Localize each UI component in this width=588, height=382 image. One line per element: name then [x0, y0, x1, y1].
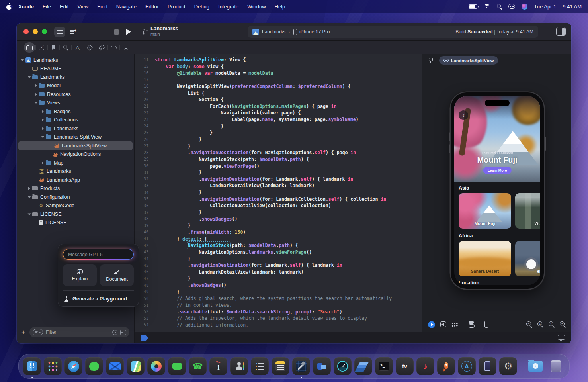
disclosure-closed-icon[interactable]: [28, 187, 30, 190]
file-row-landmarksapp[interactable]: LandmarksApp: [17, 176, 134, 184]
menu-item-find[interactable]: Find: [93, 4, 111, 10]
dock-calendar-icon[interactable]: Tue1: [209, 357, 227, 375]
landmark-card-mount-fuji[interactable]: Mount Fuji: [459, 193, 511, 229]
code-line-37[interactable]: 37}: [135, 209, 422, 216]
code-line-11[interactable]: 11struct LandmarksSplitView: View {: [135, 57, 422, 63]
source-control-status-icon[interactable]: [120, 330, 126, 335]
disclosure-open-icon[interactable]: [35, 102, 38, 104]
code-line-28[interactable]: 28.navigationDestination(for: Navigation…: [135, 149, 422, 156]
recent-files-icon[interactable]: [112, 330, 117, 335]
back-button[interactable]: ‹: [459, 110, 468, 120]
landmark-card-wuling[interactable]: Wuling: [515, 193, 540, 229]
menu-item-help[interactable]: Help: [270, 4, 290, 10]
spotlight-search-icon[interactable]: [496, 4, 502, 9]
iphone-screen[interactable]: ‹ Featured Landmark Mount Fuji Learn Mor…: [454, 96, 540, 285]
code-line-46[interactable]: 46LandmarkDetailView(landmark: landmark): [135, 269, 422, 276]
dock-terminal-icon[interactable]: [375, 357, 393, 375]
filter-field[interactable]: Filter: [29, 327, 129, 337]
zoom-100-icon[interactable]: 1: [537, 321, 543, 327]
wifi-icon[interactable]: [484, 4, 490, 9]
dock-finder-icon[interactable]: [23, 357, 41, 375]
navigator-tab-breakpoint-navigator[interactable]: [108, 42, 119, 53]
scheme-selector[interactable]: Landmarks › iPhone 17 Pro Build Succeede…: [248, 26, 538, 38]
code-line-53[interactable]: 53// Adds the inspector, which the landm…: [135, 315, 422, 322]
dock-facetime-icon[interactable]: [168, 357, 186, 375]
pin-icon[interactable]: [428, 57, 433, 64]
menu-item-xcode[interactable]: Xcode: [14, 4, 38, 10]
device-bezels-button[interactable]: [484, 321, 488, 328]
dock-trash-icon[interactable]: [547, 357, 565, 375]
code-line-15[interactable]: 15var body: some View {: [135, 63, 422, 70]
file-row-products[interactable]: Products: [17, 184, 134, 193]
siri-icon[interactable]: [522, 4, 527, 10]
code-line-20[interactable]: 20Section {: [135, 96, 422, 103]
code-line-35[interactable]: 35.navigationDestination(for: LandmarkCo…: [135, 196, 422, 202]
menu-item-view[interactable]: View: [73, 4, 93, 10]
dock-downloads-icon[interactable]: [526, 357, 544, 375]
file-row-landmarks[interactable]: Landmarks: [17, 56, 134, 65]
dock-phone-icon[interactable]: [189, 357, 207, 375]
menu-item-editor[interactable]: Editor: [141, 4, 163, 10]
code-line-47[interactable]: 47}: [135, 275, 422, 282]
file-row-landmarkssplitview[interactable]: LandmarksSplitView: [18, 141, 133, 150]
close-window-button[interactable]: [23, 29, 29, 34]
code-line-45[interactable]: 45.navigationDestination(for: Landmark.s…: [135, 262, 422, 269]
disclosure-closed-icon[interactable]: [42, 118, 44, 121]
code-line-16[interactable]: 16@Bindable var modelData = modelData: [135, 70, 422, 76]
disclosure-closed-icon[interactable]: [42, 127, 44, 130]
code-line-27[interactable]: 27}: [135, 143, 422, 149]
file-row-readme[interactable]: README: [17, 65, 134, 73]
code-line-31[interactable]: 31}: [135, 169, 422, 176]
dock-sf-symbols-icon[interactable]: [354, 357, 372, 375]
code-line-30[interactable]: 30page.viewForPage(): [135, 163, 422, 169]
variants-button[interactable]: [451, 322, 458, 327]
file-row-landmarks-split-view[interactable]: Landmarks Split View: [17, 133, 134, 142]
code-line-44[interactable]: 44}: [135, 255, 422, 262]
code-line-29[interactable]: 29NavigationStack(path: $modelData.path)…: [135, 156, 422, 163]
code-line-48[interactable]: 48.showsBadges(): [135, 282, 422, 289]
navigator-tab-bookmark-navigator[interactable]: [48, 42, 59, 53]
build-status[interactable]: Build Succeeded | Today at 9:41 AM: [455, 29, 533, 35]
menu-item-debug[interactable]: Debug: [190, 4, 214, 10]
dock-photos-icon[interactable]: [147, 357, 165, 375]
ai-compose-button[interactable]: [68, 27, 79, 37]
dock-maps-icon[interactable]: [127, 357, 145, 375]
disclosure-closed-icon[interactable]: [35, 93, 37, 96]
code-line-42[interactable]: 42NavigationStack(path: $modelData.path)…: [135, 242, 422, 249]
breakpoint-tag-icon[interactable]: [141, 335, 148, 341]
disclosure-open-icon[interactable]: [28, 76, 31, 78]
code-line-33[interactable]: 33LandmarkDetailView(landmark: landmark): [135, 182, 422, 189]
navigator-tab-find-navigator[interactable]: [60, 42, 71, 53]
code-line-39[interactable]: 39}: [135, 222, 422, 229]
dock-devices-icon[interactable]: [479, 357, 496, 375]
code-line-49[interactable]: 49}: [135, 288, 422, 295]
scheme-name[interactable]: Landmarks: [262, 29, 285, 35]
menu-item-window[interactable]: Window: [243, 4, 270, 10]
learn-more-button[interactable]: Learn More: [483, 167, 512, 174]
document-button[interactable]: Document: [100, 264, 134, 286]
display-icon[interactable]: [558, 335, 565, 340]
file-row-landmarks[interactable]: Landmarks: [17, 73, 134, 82]
inspector-toggle-button[interactable]: [556, 27, 566, 36]
file-row-collections[interactable]: Collections: [17, 116, 134, 125]
file-row-badges[interactable]: Badges: [17, 107, 134, 116]
menu-item-integrate[interactable]: Integrate: [214, 4, 243, 10]
battery-icon[interactable]: [469, 4, 477, 9]
stop-button[interactable]: [111, 27, 122, 37]
disclosure-open-icon[interactable]: [28, 196, 31, 198]
file-row-map[interactable]: Map: [17, 159, 134, 167]
file-row-model[interactable]: Model: [17, 82, 134, 90]
dock-launchpad-icon[interactable]: [44, 357, 62, 375]
file-row-license[interactable]: LICENSE: [17, 210, 134, 219]
zoom-window-button[interactable]: [42, 29, 47, 34]
code-line-38[interactable]: 38.showsBadges(): [135, 215, 422, 222]
code-line-52[interactable]: 52.searchable(text: $modelData.searchStr…: [135, 308, 422, 315]
file-row-views[interactable]: Views: [17, 99, 134, 108]
apple-logo-icon[interactable]: [6, 4, 12, 10]
menu-item-product[interactable]: Product: [163, 4, 190, 10]
dock-system-settings-icon[interactable]: [499, 357, 517, 375]
zoom-in-icon[interactable]: +: [560, 321, 566, 327]
disclosure-open-icon[interactable]: [41, 136, 45, 138]
gpt-message-input[interactable]: Message GPT-5: [63, 249, 134, 260]
code-line-24[interactable]: 24}: [135, 123, 422, 129]
